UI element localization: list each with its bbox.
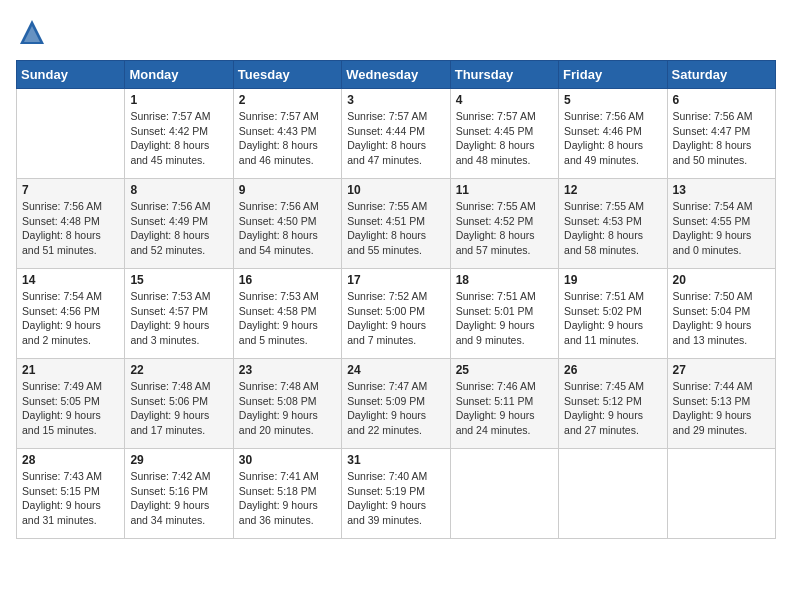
- calendar-cell: 9Sunrise: 7:56 AMSunset: 4:50 PMDaylight…: [233, 179, 341, 269]
- day-info: Sunrise: 7:57 AMSunset: 4:45 PMDaylight:…: [456, 109, 553, 168]
- day-info: Sunrise: 7:53 AMSunset: 4:57 PMDaylight:…: [130, 289, 227, 348]
- calendar-cell: 16Sunrise: 7:53 AMSunset: 4:58 PMDayligh…: [233, 269, 341, 359]
- logo-icon: [16, 16, 48, 48]
- calendar-cell: 10Sunrise: 7:55 AMSunset: 4:51 PMDayligh…: [342, 179, 450, 269]
- calendar-cell: 11Sunrise: 7:55 AMSunset: 4:52 PMDayligh…: [450, 179, 558, 269]
- calendar-cell: 22Sunrise: 7:48 AMSunset: 5:06 PMDayligh…: [125, 359, 233, 449]
- day-number: 26: [564, 363, 661, 377]
- header-friday: Friday: [559, 61, 667, 89]
- calendar-cell: 30Sunrise: 7:41 AMSunset: 5:18 PMDayligh…: [233, 449, 341, 539]
- calendar-header-row: SundayMondayTuesdayWednesdayThursdayFrid…: [17, 61, 776, 89]
- day-info: Sunrise: 7:56 AMSunset: 4:47 PMDaylight:…: [673, 109, 770, 168]
- day-info: Sunrise: 7:52 AMSunset: 5:00 PMDaylight:…: [347, 289, 444, 348]
- day-number: 27: [673, 363, 770, 377]
- day-info: Sunrise: 7:47 AMSunset: 5:09 PMDaylight:…: [347, 379, 444, 438]
- calendar-cell: [17, 89, 125, 179]
- day-number: 5: [564, 93, 661, 107]
- calendar-cell: 31Sunrise: 7:40 AMSunset: 5:19 PMDayligh…: [342, 449, 450, 539]
- calendar-cell: 19Sunrise: 7:51 AMSunset: 5:02 PMDayligh…: [559, 269, 667, 359]
- day-info: Sunrise: 7:42 AMSunset: 5:16 PMDaylight:…: [130, 469, 227, 528]
- day-info: Sunrise: 7:57 AMSunset: 4:44 PMDaylight:…: [347, 109, 444, 168]
- day-info: Sunrise: 7:49 AMSunset: 5:05 PMDaylight:…: [22, 379, 119, 438]
- day-info: Sunrise: 7:40 AMSunset: 5:19 PMDaylight:…: [347, 469, 444, 528]
- day-info: Sunrise: 7:43 AMSunset: 5:15 PMDaylight:…: [22, 469, 119, 528]
- day-number: 1: [130, 93, 227, 107]
- calendar-cell: 1Sunrise: 7:57 AMSunset: 4:42 PMDaylight…: [125, 89, 233, 179]
- day-info: Sunrise: 7:54 AMSunset: 4:56 PMDaylight:…: [22, 289, 119, 348]
- day-number: 31: [347, 453, 444, 467]
- day-info: Sunrise: 7:51 AMSunset: 5:01 PMDaylight:…: [456, 289, 553, 348]
- calendar-cell: 21Sunrise: 7:49 AMSunset: 5:05 PMDayligh…: [17, 359, 125, 449]
- day-number: 4: [456, 93, 553, 107]
- day-number: 2: [239, 93, 336, 107]
- day-number: 25: [456, 363, 553, 377]
- week-row-1: 7Sunrise: 7:56 AMSunset: 4:48 PMDaylight…: [17, 179, 776, 269]
- header-wednesday: Wednesday: [342, 61, 450, 89]
- calendar-cell: 12Sunrise: 7:55 AMSunset: 4:53 PMDayligh…: [559, 179, 667, 269]
- day-number: 30: [239, 453, 336, 467]
- day-info: Sunrise: 7:56 AMSunset: 4:48 PMDaylight:…: [22, 199, 119, 258]
- day-number: 18: [456, 273, 553, 287]
- day-info: Sunrise: 7:57 AMSunset: 4:42 PMDaylight:…: [130, 109, 227, 168]
- day-number: 9: [239, 183, 336, 197]
- calendar-cell: 18Sunrise: 7:51 AMSunset: 5:01 PMDayligh…: [450, 269, 558, 359]
- day-number: 29: [130, 453, 227, 467]
- day-info: Sunrise: 7:48 AMSunset: 5:06 PMDaylight:…: [130, 379, 227, 438]
- week-row-3: 21Sunrise: 7:49 AMSunset: 5:05 PMDayligh…: [17, 359, 776, 449]
- day-info: Sunrise: 7:57 AMSunset: 4:43 PMDaylight:…: [239, 109, 336, 168]
- calendar-cell: 4Sunrise: 7:57 AMSunset: 4:45 PMDaylight…: [450, 89, 558, 179]
- day-number: 8: [130, 183, 227, 197]
- day-number: 21: [22, 363, 119, 377]
- day-info: Sunrise: 7:45 AMSunset: 5:12 PMDaylight:…: [564, 379, 661, 438]
- day-number: 17: [347, 273, 444, 287]
- calendar-cell: 8Sunrise: 7:56 AMSunset: 4:49 PMDaylight…: [125, 179, 233, 269]
- calendar-cell: 23Sunrise: 7:48 AMSunset: 5:08 PMDayligh…: [233, 359, 341, 449]
- week-row-4: 28Sunrise: 7:43 AMSunset: 5:15 PMDayligh…: [17, 449, 776, 539]
- day-info: Sunrise: 7:55 AMSunset: 4:53 PMDaylight:…: [564, 199, 661, 258]
- day-info: Sunrise: 7:53 AMSunset: 4:58 PMDaylight:…: [239, 289, 336, 348]
- calendar-cell: 3Sunrise: 7:57 AMSunset: 4:44 PMDaylight…: [342, 89, 450, 179]
- day-info: Sunrise: 7:51 AMSunset: 5:02 PMDaylight:…: [564, 289, 661, 348]
- day-info: Sunrise: 7:54 AMSunset: 4:55 PMDaylight:…: [673, 199, 770, 258]
- header-sunday: Sunday: [17, 61, 125, 89]
- logo: [16, 16, 52, 48]
- day-number: 7: [22, 183, 119, 197]
- header-saturday: Saturday: [667, 61, 775, 89]
- week-row-0: 1Sunrise: 7:57 AMSunset: 4:42 PMDaylight…: [17, 89, 776, 179]
- day-number: 24: [347, 363, 444, 377]
- day-number: 28: [22, 453, 119, 467]
- calendar-cell: 15Sunrise: 7:53 AMSunset: 4:57 PMDayligh…: [125, 269, 233, 359]
- day-number: 15: [130, 273, 227, 287]
- calendar-cell: [559, 449, 667, 539]
- day-info: Sunrise: 7:48 AMSunset: 5:08 PMDaylight:…: [239, 379, 336, 438]
- day-number: 6: [673, 93, 770, 107]
- day-info: Sunrise: 7:56 AMSunset: 4:50 PMDaylight:…: [239, 199, 336, 258]
- calendar-cell: 17Sunrise: 7:52 AMSunset: 5:00 PMDayligh…: [342, 269, 450, 359]
- day-number: 14: [22, 273, 119, 287]
- calendar-cell: 26Sunrise: 7:45 AMSunset: 5:12 PMDayligh…: [559, 359, 667, 449]
- calendar-cell: [450, 449, 558, 539]
- day-info: Sunrise: 7:44 AMSunset: 5:13 PMDaylight:…: [673, 379, 770, 438]
- calendar-cell: 20Sunrise: 7:50 AMSunset: 5:04 PMDayligh…: [667, 269, 775, 359]
- calendar-cell: 13Sunrise: 7:54 AMSunset: 4:55 PMDayligh…: [667, 179, 775, 269]
- day-number: 10: [347, 183, 444, 197]
- day-info: Sunrise: 7:56 AMSunset: 4:49 PMDaylight:…: [130, 199, 227, 258]
- day-number: 11: [456, 183, 553, 197]
- calendar-cell: 14Sunrise: 7:54 AMSunset: 4:56 PMDayligh…: [17, 269, 125, 359]
- day-number: 19: [564, 273, 661, 287]
- calendar-cell: 27Sunrise: 7:44 AMSunset: 5:13 PMDayligh…: [667, 359, 775, 449]
- day-number: 23: [239, 363, 336, 377]
- page-header: [16, 16, 776, 48]
- calendar-cell: 5Sunrise: 7:56 AMSunset: 4:46 PMDaylight…: [559, 89, 667, 179]
- calendar-cell: 28Sunrise: 7:43 AMSunset: 5:15 PMDayligh…: [17, 449, 125, 539]
- day-number: 13: [673, 183, 770, 197]
- header-tuesday: Tuesday: [233, 61, 341, 89]
- calendar-cell: 24Sunrise: 7:47 AMSunset: 5:09 PMDayligh…: [342, 359, 450, 449]
- day-info: Sunrise: 7:55 AMSunset: 4:51 PMDaylight:…: [347, 199, 444, 258]
- calendar-cell: 7Sunrise: 7:56 AMSunset: 4:48 PMDaylight…: [17, 179, 125, 269]
- day-number: 3: [347, 93, 444, 107]
- calendar-cell: 29Sunrise: 7:42 AMSunset: 5:16 PMDayligh…: [125, 449, 233, 539]
- calendar-cell: 25Sunrise: 7:46 AMSunset: 5:11 PMDayligh…: [450, 359, 558, 449]
- day-number: 16: [239, 273, 336, 287]
- day-info: Sunrise: 7:41 AMSunset: 5:18 PMDaylight:…: [239, 469, 336, 528]
